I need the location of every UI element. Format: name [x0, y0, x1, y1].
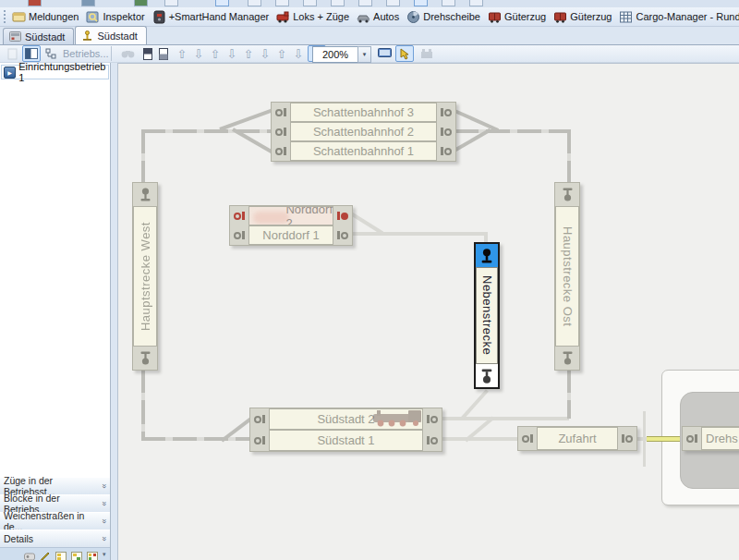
switchboard-icon: [9, 31, 21, 42]
toolbar-button-partial[interactable]: [215, 0, 229, 6]
drehscheibe-button[interactable]: Drehscheibe: [404, 9, 485, 25]
autos-button[interactable]: Autos: [354, 9, 404, 25]
block-entry-marker-icon[interactable]: [683, 427, 701, 450]
block-schattenbahnhof-3[interactable]: Schattenbahnhof 3: [272, 103, 455, 122]
locomotive-icon: [276, 10, 290, 24]
meldungen-button[interactable]: Meldungen: [9, 9, 83, 25]
block-exit-marker-icon[interactable]: [333, 225, 352, 245]
toolbar-button-partial[interactable]: [414, 0, 428, 6]
gueterzug-button-2[interactable]: Güterzug: [551, 9, 616, 25]
toolbar-button-partial[interactable]: [275, 0, 289, 6]
toolbar-button-partial[interactable]: [134, 0, 148, 6]
toolbar-button-partial[interactable]: [386, 0, 400, 6]
block-exit-marker-icon[interactable]: [333, 206, 352, 225]
block-entry-marker-icon[interactable]: [518, 427, 537, 450]
move-up-button-4[interactable]: ⇧: [273, 45, 291, 62]
toolbar-button-partial[interactable]: [303, 0, 317, 6]
block-signal-marker-icon[interactable]: [133, 183, 157, 206]
block-entry-marker-icon[interactable]: [272, 141, 290, 161]
fullscreen-button[interactable]: [375, 45, 394, 62]
edit-pencil-icon[interactable]: [40, 549, 51, 559]
smarthand-manager-button[interactable]: +SmartHand Manager: [150, 9, 274, 25]
block-exit-marker-icon[interactable]: [618, 427, 636, 450]
block-exit-marker-icon[interactable]: [423, 430, 442, 451]
block-signal-marker-icon[interactable]: [555, 183, 579, 206]
toolbar-button-partial[interactable]: [469, 0, 483, 6]
tab-suedstadt-1[interactable]: Südstadt: [3, 28, 74, 44]
block-schattenbahnhof-2[interactable]: Schattenbahnhof 2: [272, 122, 455, 141]
cargo-manager-button[interactable]: Cargo-Manager - Runde 0: [616, 9, 739, 25]
block-group-schattenbahnhof: Schattenbahnhof 3 Schattenbahnhof 2 Scha…: [271, 102, 456, 162]
sidebar-footer-toolbar: ▾: [0, 547, 110, 560]
up-arrow-icon: ⇧: [177, 48, 188, 60]
edit-colors-button[interactable]: [395, 45, 414, 62]
route-badge-icon[interactable]: [24, 549, 35, 559]
view-card-2-button[interactable]: [154, 45, 173, 62]
block-entry-marker-icon[interactable]: [230, 206, 248, 225]
move-down-button-4[interactable]: ⇩: [289, 45, 308, 62]
block-hauptstrecke-ost[interactable]: Hauptstrecke Ost: [554, 182, 580, 371]
block-entry-marker-icon[interactable]: [230, 225, 248, 245]
move-down-button-1[interactable]: ⇩: [189, 45, 208, 62]
toolbar-button-partial[interactable]: [442, 0, 455, 6]
toolbar-button-partial[interactable]: [331, 0, 345, 6]
toolbar-grip[interactable]: [4, 10, 6, 23]
signal-tower-icon: [81, 30, 93, 41]
up-arrow-icon: ⇧: [277, 48, 287, 60]
gueterzug-button-1[interactable]: Güterzug: [485, 9, 551, 25]
block-exit-marker-icon[interactable]: [437, 122, 455, 141]
block-norddorf-2[interactable]: Norddorf 2: [230, 206, 352, 225]
toolbar-button-partial[interactable]: [358, 0, 372, 6]
split-view-icon: [143, 48, 152, 60]
move-up-button-2[interactable]: ⇧: [206, 45, 224, 62]
block-colors-icon[interactable]: [87, 549, 98, 559]
toolbar-button-partial[interactable]: [164, 0, 178, 6]
tab-suedstadt-2[interactable]: Südstadt: [75, 26, 146, 44]
move-up-button-3[interactable]: ⇧: [239, 45, 258, 62]
panel-view-button[interactable]: [22, 45, 41, 62]
track-segment: [141, 129, 145, 185]
toolbar-button-partial[interactable]: [81, 0, 95, 6]
tree-view-button[interactable]: [42, 45, 60, 62]
new-page-button[interactable]: [3, 45, 21, 62]
block-list-icon[interactable]: [55, 549, 67, 559]
footer-more-icon[interactable]: ▾: [103, 551, 106, 558]
track-segment: [567, 369, 571, 419]
collapse-chevron-icon: »: [99, 501, 108, 505]
block-norddorf-1[interactable]: Norddorf 1: [230, 225, 352, 245]
move-up-button-1[interactable]: ⇧: [173, 45, 191, 62]
loks-zuege-button[interactable]: Loks + Züge: [273, 9, 354, 25]
section-details[interactable]: Details »: [0, 530, 110, 548]
move-down-button-2[interactable]: ⇩: [223, 45, 241, 62]
zoom-level-combo[interactable]: 200%: [312, 46, 358, 63]
inspektor-button[interactable]: Inspektor: [83, 9, 149, 25]
block-signal-marker-icon[interactable]: [476, 364, 498, 387]
app-window: { "toolbar": { "items": [ {"label": "Mel…: [0, 0, 739, 560]
block-nebenstrecke-selected[interactable]: Nebenstrecke: [474, 242, 500, 389]
block-schattenbahnhof-1[interactable]: Schattenbahnhof 1: [272, 141, 455, 161]
depot-button[interactable]: [418, 45, 436, 62]
block-entry-marker-icon[interactable]: [272, 103, 290, 122]
block-entry-marker-icon[interactable]: [250, 430, 269, 451]
toolbar-button-partial[interactable]: [248, 0, 261, 6]
block-signal-marker-icon[interactable]: [133, 347, 157, 370]
tree-item-einrichtungsbetrieb[interactable]: ▶ Einrichtungsbetrieb 1: [1, 65, 109, 79]
block-zufahrt[interactable]: Zufahrt: [517, 426, 637, 451]
block-exit-marker-icon[interactable]: [437, 103, 455, 122]
block-entry-marker-icon[interactable]: [250, 408, 269, 430]
toolbar-button-partial[interactable]: [28, 0, 42, 6]
section-weichenstrassen[interactable]: Weichenstraßen in de... »: [0, 512, 110, 530]
track-segment: [441, 437, 519, 441]
move-down-button-3[interactable]: ⇩: [256, 45, 274, 62]
block-status-icon[interactable]: [71, 549, 82, 559]
down-arrow-icon: ⇩: [194, 48, 204, 60]
block-drehscheibe-partial[interactable]: Drehs: [682, 426, 739, 451]
find-button[interactable]: [118, 45, 137, 62]
block-signal-marker-icon[interactable]: [555, 347, 579, 370]
block-entry-marker-icon[interactable]: [272, 122, 290, 141]
block-exit-marker-icon[interactable]: [437, 141, 455, 161]
selected-signal-marker-icon[interactable]: [476, 244, 498, 267]
block-hauptstrecke-west[interactable]: Hauptstrecke West: [132, 182, 158, 371]
zoom-dropdown-button[interactable]: ▾: [357, 46, 371, 63]
block-suedstadt-1[interactable]: Südstadt 1: [250, 430, 442, 451]
